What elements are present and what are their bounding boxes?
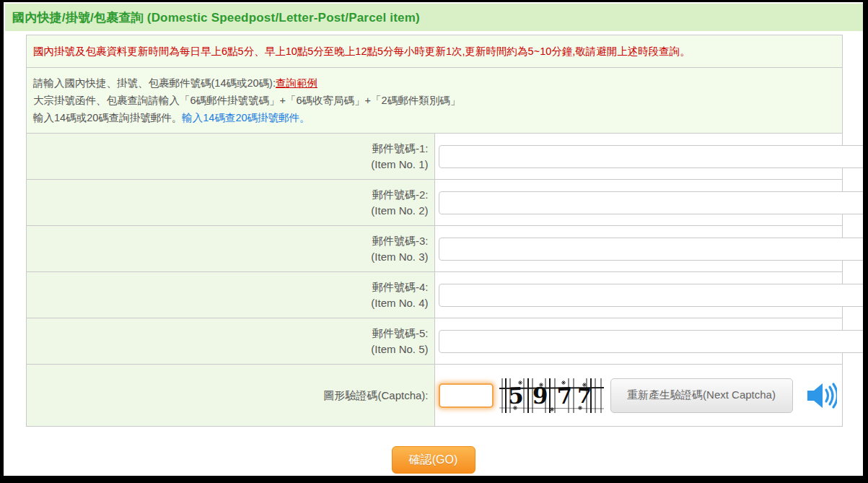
item-3-input[interactable] (439, 238, 868, 261)
item-3-field-cell (434, 226, 843, 272)
page-header: 國內快捷/掛號/包裹查詢 (Domestic Speedpost/Letter-… (5, 4, 863, 31)
captcha-label: 圖形驗證碼(Captcha): (27, 365, 435, 427)
item-1-input[interactable] (439, 145, 868, 168)
captcha-digit-3: 7 (556, 380, 573, 411)
item-row-5: 郵件號碼-5: (Item No. 5) (27, 318, 843, 365)
captcha-image: 5 9 7 7 (499, 378, 604, 413)
item-4-label: 郵件號碼-4: (Item No. 4) (27, 272, 435, 318)
captcha-controls: 5 9 7 7 重新產生驗證碼(Next Captcha) (439, 378, 843, 413)
go-button[interactable]: 確認(GO) (392, 446, 475, 474)
instructions-row: 請輸入國內快捷、掛號、包裹郵件號碼(14碼或20碼):查詢範例 大宗掛號函件、包… (27, 68, 843, 134)
instruction-line-3-text: 輸入14碼或20碼查詢掛號郵件。 (33, 112, 182, 123)
tracking-page: 國內快捷/掛號/包裹查詢 (Domestic Speedpost/Letter-… (0, 0, 868, 483)
item-2-label-zh: 郵件號碼-2: (27, 187, 429, 203)
next-captcha-button[interactable]: 重新產生驗證碼(Next Captcha) (610, 378, 793, 413)
item-1-label: 郵件號碼-1: (Item No. 1) (27, 134, 435, 180)
item-4-field-cell (434, 272, 843, 318)
item-2-input[interactable] (439, 191, 868, 214)
captcha-digit-4: 7 (577, 381, 592, 409)
item-row-3: 郵件號碼-3: (Item No. 3) (27, 226, 843, 272)
item-4-label-en: (Item No. 4) (27, 295, 429, 311)
item-5-label-en: (Item No. 5) (27, 341, 429, 357)
item-5-label-zh: 郵件號碼-5: (27, 326, 429, 341)
captcha-field-cell: 5 9 7 7 重新產生驗證碼(Next Captcha) (434, 365, 843, 427)
item-2-label: 郵件號碼-2: (Item No. 2) (27, 180, 435, 226)
item-1-label-zh: 郵件號碼-1: (27, 141, 429, 157)
instructions: 請輸入國內快捷、掛號、包裹郵件號碼(14碼或20碼):查詢範例 大宗掛號函件、包… (27, 68, 843, 134)
instruction-line-1: 請輸入國內快捷、掛號、包裹郵件號碼(14碼或20碼):查詢範例 (33, 74, 836, 92)
item-1-field-cell (434, 134, 843, 180)
item-row-2: 郵件號碼-2: (Item No. 2) (27, 180, 843, 226)
captcha-row: 圖形驗證碼(Captcha): (27, 365, 843, 427)
captcha-input[interactable] (439, 383, 494, 408)
item-row-1: 郵件號碼-1: (Item No. 1) (27, 134, 843, 180)
instruction-line-2: 大宗掛號函件、包裹查詢請輸入「6碼郵件掛號號碼」+「6碼收寄局碼」+「2碼郵件類… (33, 92, 836, 109)
item-2-field-cell (434, 180, 843, 226)
item-4-input[interactable] (439, 284, 868, 307)
item-4-label-zh: 郵件號碼-4: (27, 279, 429, 295)
instruction-line-3: 輸入14碼或20碼查詢掛號郵件。輸入14碼查20碼掛號郵件。 (33, 109, 836, 126)
captcha-digit-2: 9 (532, 380, 548, 411)
notice-row: 國內掛號及包裹資料更新時間為每日早上6點5分、早上10點5分至晚上12點5分每小… (27, 35, 843, 68)
page-title: 國內快捷/掛號/包裹查詢 (Domestic Speedpost/Letter-… (12, 9, 420, 26)
item-2-label-en: (Item No. 2) (27, 203, 429, 219)
instruction-line-1-text: 請輸入國內快捷、掛號、包裹郵件號碼(14碼或20碼): (33, 77, 276, 89)
update-time-notice: 國內掛號及包裹資料更新時間為每日早上6點5分、早上10點5分至晚上12點5分每小… (27, 35, 843, 68)
item-1-label-en: (Item No. 1) (27, 157, 429, 173)
item-3-label: 郵件號碼-3: (Item No. 3) (27, 226, 435, 272)
captcha-audio-button[interactable] (805, 381, 837, 410)
item-5-label: 郵件號碼-5: (Item No. 5) (27, 318, 435, 365)
query-table: 國內掛號及包裹資料更新時間為每日早上6點5分、早上10點5分至晚上12點5分每小… (26, 35, 843, 427)
item-row-4: 郵件號碼-4: (Item No. 4) (27, 272, 843, 318)
speaker-icon (805, 381, 837, 410)
item-3-label-en: (Item No. 3) (27, 249, 429, 265)
query-example-link[interactable]: 查詢範例 (276, 77, 317, 89)
item-3-label-zh: 郵件號碼-3: (27, 233, 429, 249)
captcha-digit-1: 5 (507, 380, 524, 411)
item-5-input[interactable] (439, 330, 868, 353)
item-5-field-cell (434, 318, 843, 365)
query-20digit-link[interactable]: 輸入14碼查20碼掛號郵件。 (182, 112, 310, 123)
